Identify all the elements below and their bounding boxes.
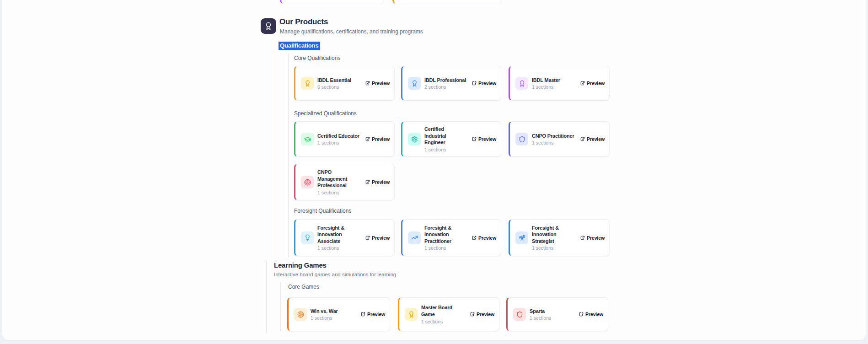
- gear-icon: [411, 136, 418, 143]
- external-link-icon: [580, 81, 585, 86]
- tree-guide-line: [271, 0, 271, 5]
- product-card-foresight-innovation-associate[interactable]: Foresight & Innovation Associate 1 secti…: [294, 219, 395, 256]
- product-card-master-board-game[interactable]: Master Board Game 1 sections Preview: [398, 297, 499, 331]
- card-text: Foresight & Innovation Associate 1 secti…: [317, 225, 360, 251]
- card-icon-chip: [515, 133, 528, 145]
- card-text: IBDL Professional 2 sections: [424, 77, 466, 90]
- card-icon-chip: [515, 77, 528, 90]
- preview-label: Preview: [372, 136, 390, 142]
- preview-button[interactable]: Preview: [472, 235, 496, 241]
- preview-label: Preview: [587, 235, 605, 241]
- preview-button[interactable]: Preview: [579, 312, 603, 317]
- card-icon-chip: [301, 176, 314, 188]
- external-link-icon: [365, 81, 370, 86]
- external-link-icon: [579, 312, 584, 317]
- shield-icon: [516, 311, 523, 318]
- tree-guide-line: [271, 39, 271, 257]
- external-link-icon: [580, 137, 585, 141]
- card-text: Foresight & Innovation Practitioner 1 se…: [424, 225, 466, 251]
- external-link-icon: [470, 312, 475, 317]
- card-text: Sparta 1 sections: [530, 308, 573, 321]
- tree-guide-line: [266, 261, 267, 333]
- shield-icon: [519, 136, 525, 143]
- products-header-icon: [261, 18, 276, 34]
- preview-button[interactable]: Preview: [580, 81, 605, 86]
- group-label-specialized-qualifications: Specialized Qualifications: [294, 110, 357, 117]
- product-card-sparta[interactable]: Sparta 1 sections Preview: [506, 297, 608, 331]
- preview-label: Preview: [372, 179, 390, 185]
- card-sections-count: 2 sections: [424, 84, 466, 90]
- preview-label: Preview: [367, 312, 385, 317]
- preview-button[interactable]: Preview: [361, 312, 385, 317]
- card-fragment[interactable]: [280, 0, 384, 4]
- tree-guide-line: [280, 282, 281, 331]
- product-card-cnpo-practitioner[interactable]: CNPO Practitioner 1 sections Preview: [509, 121, 610, 157]
- external-link-icon: [365, 180, 370, 184]
- group-label-core-qualifications: Core Qualifications: [294, 55, 340, 61]
- product-card-ibdl-master[interactable]: IBDL Master 1 sections Preview: [509, 66, 610, 101]
- card-title: Win vs. War: [311, 308, 355, 315]
- external-link-icon: [580, 236, 585, 240]
- card-title: IBDL Professional: [424, 77, 466, 84]
- card-title: IBDL Essential: [317, 77, 360, 84]
- product-card-certified-industrial-engineer[interactable]: Certified Industrial Engineer 1 sections…: [401, 121, 501, 157]
- card-title: CNPO Practitioner: [532, 133, 575, 140]
- card-sections-count: 1 sections: [532, 140, 575, 145]
- preview-label: Preview: [372, 235, 390, 241]
- card-title: Certified Industrial Engineer: [424, 126, 466, 146]
- card-sections-count: 1 sections: [311, 315, 355, 321]
- preview-button[interactable]: Preview: [365, 235, 390, 241]
- card-text: CNPO Practitioner 1 sections: [532, 133, 575, 146]
- external-link-icon: [472, 236, 477, 240]
- preview-label: Preview: [587, 136, 605, 142]
- card-icon-chip: [515, 231, 528, 244]
- card-icon-chip: [408, 77, 421, 90]
- page-subtitle: Manage qualifications, certifications, a…: [280, 28, 423, 35]
- external-link-icon: [365, 137, 370, 141]
- card-title: Master Board Game: [421, 304, 465, 317]
- card-sections-count: 1 sections: [530, 315, 573, 321]
- page-title: Our Products: [279, 17, 328, 27]
- card-fragment[interactable]: [392, 0, 502, 4]
- content-panel: [2, 0, 866, 341]
- product-card-foresight-innovation-strategist[interactable]: Foresight & Innovation Strategist 1 sect…: [509, 219, 610, 256]
- preview-label: Preview: [372, 81, 390, 86]
- card-sections-count: 1 sections: [532, 84, 575, 90]
- preview-button[interactable]: Preview: [365, 136, 390, 142]
- preview-button[interactable]: Preview: [365, 81, 390, 86]
- target-icon: [304, 179, 311, 186]
- lightbulb-icon: [304, 234, 311, 241]
- section-label-learning-games[interactable]: Learning Games: [274, 261, 327, 269]
- target-icon: [297, 311, 304, 318]
- product-card-ibdl-essential[interactable]: IBDL Essential 6 sections Preview: [294, 66, 395, 101]
- preview-button[interactable]: Preview: [580, 235, 605, 241]
- preview-button[interactable]: Preview: [472, 81, 496, 86]
- external-link-icon: [361, 312, 365, 317]
- external-link-icon: [472, 137, 477, 141]
- product-card-win-vs-war[interactable]: Win vs. War 1 sections Preview: [287, 297, 390, 331]
- award-icon: [411, 80, 418, 87]
- preview-button[interactable]: Preview: [580, 136, 605, 142]
- preview-button[interactable]: Preview: [470, 312, 494, 317]
- preview-label: Preview: [478, 235, 496, 241]
- preview-button[interactable]: Preview: [472, 136, 496, 142]
- card-sections-count: 1 sections: [424, 147, 466, 152]
- card-sections-count: 1 sections: [317, 140, 360, 145]
- award-icon: [264, 22, 273, 30]
- card-icon-chip: [405, 308, 418, 321]
- external-link-icon: [365, 236, 370, 240]
- card-icon-chip: [408, 133, 421, 145]
- card-icon-chip: [301, 77, 314, 90]
- preview-button[interactable]: Preview: [365, 179, 390, 185]
- card-text: Win vs. War 1 sections: [311, 308, 355, 321]
- card-sections-count: 6 sections: [317, 84, 360, 90]
- product-card-certified-educator[interactable]: Certified Educator 1 sections Preview: [294, 121, 395, 157]
- product-card-ibdl-professional[interactable]: IBDL Professional 2 sections Preview: [401, 66, 501, 101]
- award-icon: [408, 311, 415, 318]
- product-card-foresight-innovation-practitioner[interactable]: Foresight & Innovation Practitioner 1 se…: [401, 219, 501, 256]
- section-label-qualifications[interactable]: Qualifications: [279, 42, 320, 50]
- card-text: Foresight & Innovation Strategist 1 sect…: [532, 225, 575, 251]
- product-card-cnpo-management-professional[interactable]: CNPO Management Professional 1 sections …: [294, 164, 395, 200]
- card-title: Sparta: [530, 308, 573, 315]
- card-title: Foresight & Innovation Practitioner: [424, 225, 466, 245]
